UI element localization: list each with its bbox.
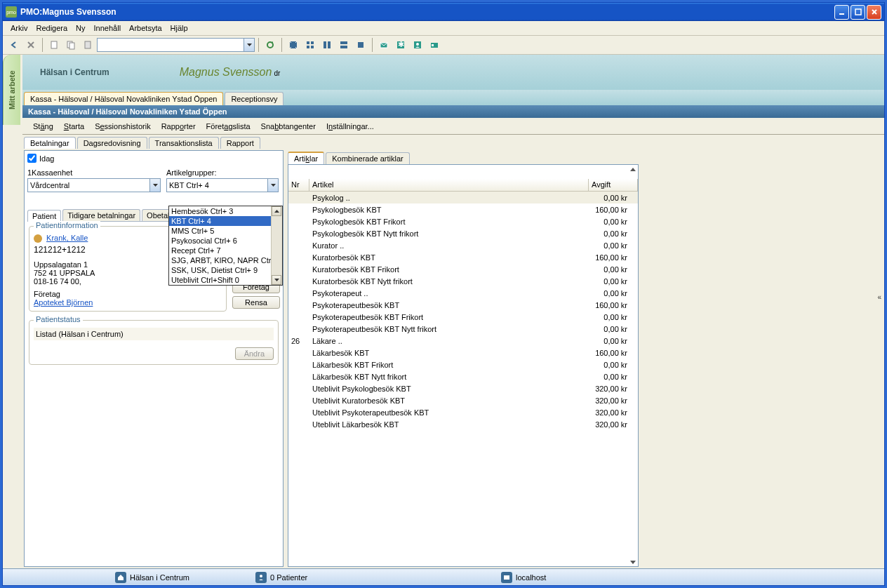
article-row[interactable]: Kurator ..0,00 kr	[288, 239, 638, 251]
tb-doc3-icon[interactable]	[80, 37, 95, 53]
tb-refresh-icon[interactable]	[262, 37, 278, 53]
tb-close-icon[interactable]	[23, 37, 39, 53]
subtab-betalningar[interactable]: Betalningar	[24, 137, 76, 149]
svg-rect-27	[432, 44, 434, 46]
scroll-down-icon[interactable]	[272, 275, 281, 285]
idag-checkbox[interactable]	[27, 154, 36, 163]
collapse-arrow-icon[interactable]: «	[877, 293, 881, 301]
article-row[interactable]: Kuratorbesök KBT Nytt frikort0,00 kr	[288, 275, 638, 287]
statusbar: Hälsan i Centrum 0 Patienter localhost	[3, 568, 884, 585]
close-button[interactable]	[867, 5, 881, 20]
doc-tab-reception[interactable]: Receptionsvy	[225, 92, 284, 105]
toolbar-combo[interactable]	[97, 38, 255, 52]
article-row[interactable]: Läkarbesök KBT160,00 kr	[288, 347, 638, 359]
tb-person-icon[interactable]	[410, 37, 425, 53]
action-installningar[interactable]: Inställningar...	[326, 122, 374, 131]
person-icon	[255, 572, 267, 583]
server-icon	[501, 572, 512, 583]
tb-back-icon[interactable]	[6, 37, 22, 53]
rensa-button[interactable]: Rensa	[232, 296, 280, 309]
tb-doc1-icon[interactable]	[46, 37, 62, 53]
action-stang[interactable]: Stäng	[33, 122, 53, 131]
patient-tab-patient[interactable]: Patient	[27, 210, 61, 222]
menu-innehall[interactable]: Innehåll	[90, 22, 126, 34]
article-row[interactable]: Psykoterapeutbesök KBT Nytt frikort0,00 …	[288, 323, 638, 335]
article-row[interactable]: Uteblivit Psykologbesök KBT320,00 kr	[288, 382, 638, 394]
menu-arkiv[interactable]: Arkiv	[6, 22, 32, 34]
article-row[interactable]: Uteblivit Kuratorbesök KBT320,00 kr	[288, 394, 638, 406]
action-snabb[interactable]: Snabbtangenter	[261, 122, 316, 131]
tb-columns-icon[interactable]	[319, 37, 335, 53]
patientstatus-legend: Patientstatus	[34, 315, 83, 323]
dropdown-option[interactable]: MMS Ctrl+ 5	[169, 226, 282, 236]
tb-card-icon[interactable]	[427, 37, 442, 53]
doc-tab-kassa[interactable]: Kassa - Hälsoval / Hälsoval Novakliniken…	[24, 92, 223, 105]
tb-doc2-icon[interactable]	[63, 37, 79, 53]
dropdown-option[interactable]: SSK, USK, Dietist Ctrl+ 9	[169, 265, 282, 275]
article-row[interactable]: Psykoterapeutbesök KBT Frikort0,00 kr	[288, 311, 638, 323]
action-foretagslista[interactable]: Företagslista	[206, 122, 251, 131]
action-session[interactable]: Sessionshistorik	[95, 122, 151, 131]
tb-rows-icon[interactable]	[336, 37, 352, 53]
dropdown-scrollbar[interactable]	[271, 206, 282, 285]
side-tab-mitt-arbete[interactable]: Mitt arbete	[3, 55, 20, 125]
company-link[interactable]: Apoteket Björnen	[34, 298, 93, 307]
dropdown-option[interactable]: Recept Ctrl+ 7	[169, 246, 282, 255]
patient-name-link[interactable]: Krank, Kalle	[46, 234, 88, 242]
svg-rect-15	[311, 46, 314, 48]
article-row[interactable]: 26Läkare ..0,00 kr	[288, 335, 638, 347]
tb-mail-icon[interactable]	[376, 37, 392, 53]
scroll-up-icon[interactable]	[629, 168, 636, 171]
header-user-name: Magnus Svensson	[180, 66, 272, 78]
patient-tab-tidigare[interactable]: Tidigare betalningar	[62, 209, 140, 221]
header-nr[interactable]: Nr	[288, 179, 309, 191]
article-row[interactable]: Uteblivit Psykoterapeutbesök KBT320,00 k…	[288, 406, 638, 418]
tb-expand-icon[interactable]	[286, 37, 301, 53]
dropdown-option[interactable]: SJG, ARBT, KIRO, NAPR Ctrl+	[169, 255, 282, 265]
article-tab-kombinerade[interactable]: Kombinerade artiklar	[326, 152, 410, 164]
article-row[interactable]: Psykoterapeutbesök KBT160,00 kr	[288, 299, 638, 311]
header-avgift[interactable]: Avgift	[589, 179, 638, 191]
article-row[interactable]: Psykologbesök KBT Frikort0,00 kr	[288, 215, 638, 227]
dropdown-option[interactable]: Psykosocial Ctrl+ 6	[169, 236, 282, 246]
svg-rect-0	[839, 13, 844, 15]
menu-arbetsyta[interactable]: Arbetsyta	[125, 22, 166, 34]
article-row[interactable]: Läkarbesök KBT Frikort0,00 kr	[288, 359, 638, 370]
header-artikel[interactable]: Artikel	[309, 179, 589, 191]
article-row[interactable]: Kuratorbesök KBT160,00 kr	[288, 251, 638, 263]
status-host: localhost	[516, 573, 546, 582]
dropdown-option[interactable]: Uteblivit Ctrl+Shift 0	[169, 275, 282, 285]
kassaenhet-select[interactable]: Vårdcentral	[27, 178, 161, 192]
tb-grid-icon[interactable]	[302, 37, 318, 53]
article-row[interactable]: Psykoterapeut ..0,00 kr	[288, 287, 638, 299]
andra-button[interactable]: Ändra	[235, 347, 274, 360]
minimize-button[interactable]	[834, 5, 849, 20]
menu-hjalp[interactable]: Hjälp	[166, 22, 192, 34]
subtab-transaktionslista[interactable]: Transaktionslista	[149, 137, 219, 149]
article-row[interactable]: Kuratorbesök KBT Frikort0,00 kr	[288, 263, 638, 275]
article-list: Nr Artikel Avgift Psykolog ..0,00 krPsyk…	[288, 164, 639, 567]
dropdown-option[interactable]: Hembesök Ctrl+ 3	[169, 206, 282, 216]
menu-ny[interactable]: Ny	[72, 22, 89, 34]
scroll-up-icon[interactable]	[272, 206, 281, 216]
article-tab-artiklar[interactable]: Artiklar	[288, 152, 324, 164]
svg-rect-9	[85, 41, 91, 48]
svg-point-25	[416, 43, 419, 46]
subtab-rapport[interactable]: Rapport	[220, 137, 260, 149]
action-rapporter[interactable]: Rapporter	[161, 122, 196, 131]
scroll-down-icon[interactable]	[629, 561, 636, 564]
article-row[interactable]: Psykologbesök KBT160,00 kr	[288, 203, 638, 215]
tb-single-icon[interactable]	[353, 37, 368, 53]
maximize-button[interactable]	[851, 5, 865, 20]
article-row[interactable]: Psykologbesök KBT Nytt frikort0,00 kr	[288, 227, 638, 239]
subtab-dagsredovisning[interactable]: Dagsredovisning	[77, 137, 147, 149]
article-row[interactable]: Psykolog ..0,00 kr	[288, 192, 638, 203]
menubar: Arkiv Redigera Ny Innehåll Arbetsyta Hjä…	[3, 21, 884, 35]
menu-redigera[interactable]: Redigera	[32, 22, 72, 34]
action-starta[interactable]: Starta	[64, 122, 84, 131]
article-row[interactable]: Läkarbesök KBT Nytt frikort0,00 kr	[288, 370, 638, 382]
article-row[interactable]: Uteblivit Läkarbesök KBT320,00 kr	[288, 418, 638, 430]
tb-star-icon[interactable]: ✱	[393, 37, 408, 53]
dropdown-option[interactable]: KBT Ctrl+ 4	[169, 216, 282, 226]
artikelgrupper-select[interactable]: KBT Ctrl+ 4	[166, 178, 279, 192]
